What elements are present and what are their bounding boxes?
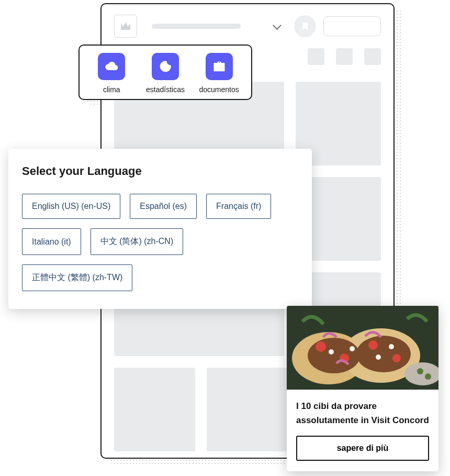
svg-point-4 — [356, 336, 411, 372]
dropdown-field[interactable] — [144, 18, 287, 34]
svg-point-10 — [350, 346, 355, 351]
language-option-es[interactable]: Español (es) — [130, 194, 197, 219]
briefcase-icon — [206, 53, 233, 80]
language-option-fr[interactable]: Français (fr) — [206, 194, 271, 219]
svg-point-11 — [376, 355, 381, 360]
article-card: I 10 cibi da provare assolutamente in Vi… — [287, 306, 438, 471]
svg-point-9 — [329, 349, 334, 355]
cloud-icon — [98, 53, 125, 80]
bookmark-button[interactable] — [294, 15, 316, 37]
app-label: estadísticas — [146, 85, 185, 94]
logo[interactable] — [114, 15, 137, 38]
article-image — [287, 306, 438, 390]
language-panel-title: Select your Language — [22, 164, 298, 178]
crown-icon — [119, 20, 132, 32]
svg-point-14 — [417, 368, 423, 374]
svg-point-12 — [389, 344, 394, 349]
language-option-it[interactable]: Italiano (it) — [22, 228, 81, 255]
language-option-zh-tw[interactable]: 正體中文 (繁體) (zh-TW) — [22, 264, 132, 291]
toolbar-square[interactable] — [336, 48, 353, 65]
app-item-clima[interactable]: clima — [85, 53, 138, 94]
article-title: I 10 cibi da provare assolutamente in Vi… — [287, 390, 438, 436]
language-options: English (US) (en-US) Español (es) França… — [22, 194, 298, 291]
language-option-zh-cn[interactable]: 中文 (简体) (zh-CN) — [91, 228, 184, 255]
toolbar-square[interactable] — [308, 48, 324, 65]
apps-popover: clima estadísticas documentos — [78, 45, 252, 100]
svg-point-3 — [308, 338, 360, 373]
bookmark-icon — [300, 20, 310, 32]
topbar — [102, 4, 393, 43]
skeleton-card — [114, 368, 195, 451]
svg-point-15 — [425, 373, 431, 380]
skeleton-card — [207, 368, 288, 451]
article-cta-button[interactable]: sapere di più — [296, 436, 429, 461]
svg-point-8 — [392, 354, 401, 362]
app-item-documentos[interactable]: documentos — [193, 53, 245, 94]
toolbar-square[interactable] — [364, 48, 381, 65]
chevron-down-icon — [273, 21, 282, 30]
header-button[interactable] — [323, 16, 381, 36]
placeholder-line — [152, 24, 241, 29]
app-item-estadisticas[interactable]: estadísticas — [139, 53, 192, 94]
svg-point-7 — [368, 340, 378, 350]
app-label: clima — [103, 85, 120, 94]
language-option-en-us[interactable]: English (US) (en-US) — [22, 194, 120, 219]
svg-point-5 — [316, 341, 326, 352]
app-label: documentos — [199, 85, 239, 94]
moon-icon — [152, 53, 179, 80]
language-selector-panel: Select your Language English (US) (en-US… — [8, 149, 312, 309]
